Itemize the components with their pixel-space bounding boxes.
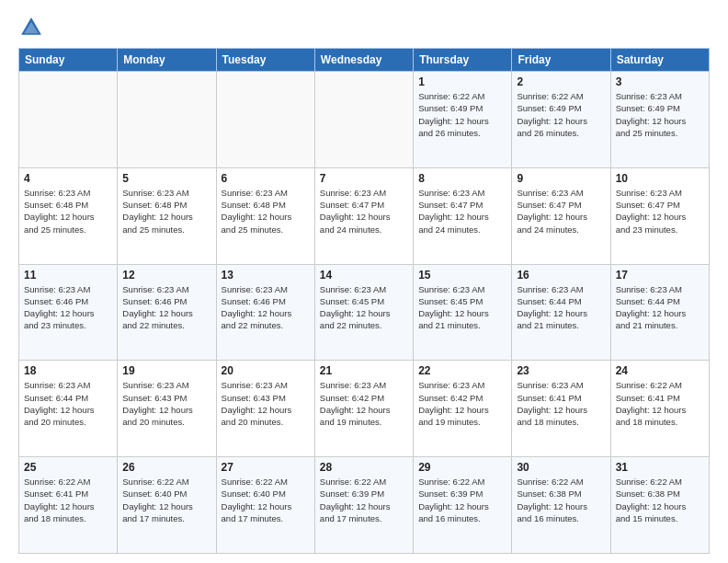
day-info: Sunrise: 6:23 AM Sunset: 6:46 PM Dayligh… — [24, 283, 112, 332]
day-cell: 10Sunrise: 6:23 AM Sunset: 6:47 PM Dayli… — [610, 167, 709, 264]
day-number: 15 — [418, 269, 506, 282]
day-number: 19 — [122, 364, 210, 377]
day-info: Sunrise: 6:22 AM Sunset: 6:39 PM Dayligh… — [320, 476, 408, 524]
day-cell: 7Sunrise: 6:23 AM Sunset: 6:47 PM Daylig… — [314, 167, 413, 264]
day-cell — [19, 72, 118, 168]
day-cell — [314, 72, 413, 168]
day-cell: 31Sunrise: 6:22 AM Sunset: 6:38 PM Dayli… — [610, 457, 709, 554]
day-header-sunday: Sunday — [19, 49, 118, 72]
day-cell: 24Sunrise: 6:22 AM Sunset: 6:41 PM Dayli… — [610, 361, 709, 457]
day-header-wednesday: Wednesday — [314, 49, 413, 72]
day-info: Sunrise: 6:23 AM Sunset: 6:41 PM Dayligh… — [517, 379, 605, 428]
day-cell: 14Sunrise: 6:23 AM Sunset: 6:45 PM Dayli… — [314, 264, 413, 361]
day-number: 21 — [320, 364, 408, 377]
day-cell: 25Sunrise: 6:22 AM Sunset: 6:41 PM Dayli… — [19, 457, 118, 554]
day-cell: 2Sunrise: 6:22 AM Sunset: 6:49 PM Daylig… — [512, 72, 610, 168]
week-row-5: 25Sunrise: 6:22 AM Sunset: 6:41 PM Dayli… — [19, 457, 710, 554]
day-number: 20 — [222, 364, 310, 377]
day-header-tuesday: Tuesday — [216, 49, 314, 72]
day-info: Sunrise: 6:23 AM Sunset: 6:48 PM Dayligh… — [222, 187, 310, 236]
day-cell: 11Sunrise: 6:23 AM Sunset: 6:46 PM Dayli… — [19, 264, 118, 361]
day-cell: 8Sunrise: 6:23 AM Sunset: 6:47 PM Daylig… — [414, 167, 512, 264]
day-cell: 23Sunrise: 6:23 AM Sunset: 6:41 PM Dayli… — [512, 361, 610, 457]
page: SundayMondayTuesdayWednesdayThursdayFrid… — [0, 0, 728, 563]
day-header-friday: Friday — [512, 49, 610, 72]
day-number: 3 — [616, 75, 704, 88]
day-header-saturday: Saturday — [610, 49, 709, 72]
day-info: Sunrise: 6:23 AM Sunset: 6:47 PM Dayligh… — [418, 187, 506, 236]
calendar-table: SundayMondayTuesdayWednesdayThursdayFrid… — [18, 48, 710, 554]
week-row-3: 11Sunrise: 6:23 AM Sunset: 6:46 PM Dayli… — [19, 264, 710, 361]
day-info: Sunrise: 6:23 AM Sunset: 6:44 PM Dayligh… — [517, 283, 605, 332]
day-header-thursday: Thursday — [414, 49, 512, 72]
day-number: 12 — [122, 269, 210, 282]
logo-icon — [18, 15, 44, 40]
day-cell — [216, 72, 314, 168]
day-cell: 13Sunrise: 6:23 AM Sunset: 6:46 PM Dayli… — [216, 264, 314, 361]
day-number: 17 — [616, 269, 704, 282]
day-info: Sunrise: 6:22 AM Sunset: 6:49 PM Dayligh… — [517, 90, 605, 139]
day-number: 7 — [320, 172, 408, 185]
calendar-header-row: SundayMondayTuesdayWednesdayThursdayFrid… — [19, 49, 710, 72]
day-info: Sunrise: 6:23 AM Sunset: 6:45 PM Dayligh… — [320, 283, 408, 332]
day-number: 11 — [24, 269, 112, 282]
header — [18, 15, 710, 40]
day-cell: 17Sunrise: 6:23 AM Sunset: 6:44 PM Dayli… — [610, 264, 709, 361]
day-number: 23 — [517, 364, 605, 377]
day-number: 26 — [122, 461, 210, 474]
day-number: 5 — [122, 172, 210, 185]
week-row-2: 4Sunrise: 6:23 AM Sunset: 6:48 PM Daylig… — [19, 167, 710, 264]
day-cell: 21Sunrise: 6:23 AM Sunset: 6:42 PM Dayli… — [314, 361, 413, 457]
day-number: 14 — [320, 269, 408, 282]
day-cell: 9Sunrise: 6:23 AM Sunset: 6:47 PM Daylig… — [512, 167, 610, 264]
day-info: Sunrise: 6:23 AM Sunset: 6:47 PM Dayligh… — [616, 187, 704, 236]
day-cell: 20Sunrise: 6:23 AM Sunset: 6:43 PM Dayli… — [216, 361, 314, 457]
day-info: Sunrise: 6:22 AM Sunset: 6:49 PM Dayligh… — [418, 90, 506, 139]
day-cell: 3Sunrise: 6:23 AM Sunset: 6:49 PM Daylig… — [610, 72, 709, 168]
day-cell: 28Sunrise: 6:22 AM Sunset: 6:39 PM Dayli… — [314, 457, 413, 554]
day-header-monday: Monday — [118, 49, 216, 72]
week-row-4: 18Sunrise: 6:23 AM Sunset: 6:44 PM Dayli… — [19, 361, 710, 457]
day-info: Sunrise: 6:22 AM Sunset: 6:40 PM Dayligh… — [222, 476, 310, 524]
day-info: Sunrise: 6:23 AM Sunset: 6:44 PM Dayligh… — [24, 379, 112, 428]
logo — [18, 15, 48, 40]
day-cell: 15Sunrise: 6:23 AM Sunset: 6:45 PM Dayli… — [414, 264, 512, 361]
day-info: Sunrise: 6:23 AM Sunset: 6:46 PM Dayligh… — [122, 283, 210, 332]
day-cell: 22Sunrise: 6:23 AM Sunset: 6:42 PM Dayli… — [414, 361, 512, 457]
day-info: Sunrise: 6:23 AM Sunset: 6:48 PM Dayligh… — [24, 187, 112, 236]
day-number: 4 — [24, 172, 112, 185]
day-info: Sunrise: 6:23 AM Sunset: 6:47 PM Dayligh… — [320, 187, 408, 236]
day-info: Sunrise: 6:23 AM Sunset: 6:45 PM Dayligh… — [418, 283, 506, 332]
day-info: Sunrise: 6:22 AM Sunset: 6:38 PM Dayligh… — [616, 476, 704, 524]
day-number: 22 — [418, 364, 506, 377]
day-cell: 27Sunrise: 6:22 AM Sunset: 6:40 PM Dayli… — [216, 457, 314, 554]
day-info: Sunrise: 6:22 AM Sunset: 6:41 PM Dayligh… — [616, 379, 704, 428]
day-number: 30 — [517, 461, 605, 474]
day-cell: 6Sunrise: 6:23 AM Sunset: 6:48 PM Daylig… — [216, 167, 314, 264]
day-cell: 1Sunrise: 6:22 AM Sunset: 6:49 PM Daylig… — [414, 72, 512, 168]
day-cell: 18Sunrise: 6:23 AM Sunset: 6:44 PM Dayli… — [19, 361, 118, 457]
day-info: Sunrise: 6:23 AM Sunset: 6:48 PM Dayligh… — [122, 187, 210, 236]
day-number: 13 — [222, 269, 310, 282]
day-number: 10 — [616, 172, 704, 185]
day-cell: 29Sunrise: 6:22 AM Sunset: 6:39 PM Dayli… — [414, 457, 512, 554]
day-info: Sunrise: 6:23 AM Sunset: 6:42 PM Dayligh… — [320, 379, 408, 428]
day-number: 1 — [418, 75, 506, 88]
day-info: Sunrise: 6:22 AM Sunset: 6:39 PM Dayligh… — [418, 476, 506, 524]
day-info: Sunrise: 6:23 AM Sunset: 6:43 PM Dayligh… — [122, 379, 210, 428]
day-number: 31 — [616, 461, 704, 474]
day-number: 6 — [222, 172, 310, 185]
day-info: Sunrise: 6:23 AM Sunset: 6:47 PM Dayligh… — [517, 187, 605, 236]
day-cell: 16Sunrise: 6:23 AM Sunset: 6:44 PM Dayli… — [512, 264, 610, 361]
day-info: Sunrise: 6:23 AM Sunset: 6:46 PM Dayligh… — [222, 283, 310, 332]
day-cell: 30Sunrise: 6:22 AM Sunset: 6:38 PM Dayli… — [512, 457, 610, 554]
day-info: Sunrise: 6:23 AM Sunset: 6:43 PM Dayligh… — [222, 379, 310, 428]
day-number: 9 — [517, 172, 605, 185]
day-info: Sunrise: 6:23 AM Sunset: 6:49 PM Dayligh… — [616, 90, 704, 139]
day-cell: 19Sunrise: 6:23 AM Sunset: 6:43 PM Dayli… — [118, 361, 216, 457]
week-row-1: 1Sunrise: 6:22 AM Sunset: 6:49 PM Daylig… — [19, 72, 710, 168]
day-number: 24 — [616, 364, 704, 377]
day-cell: 5Sunrise: 6:23 AM Sunset: 6:48 PM Daylig… — [118, 167, 216, 264]
day-number: 27 — [222, 461, 310, 474]
day-info: Sunrise: 6:22 AM Sunset: 6:41 PM Dayligh… — [24, 476, 112, 524]
